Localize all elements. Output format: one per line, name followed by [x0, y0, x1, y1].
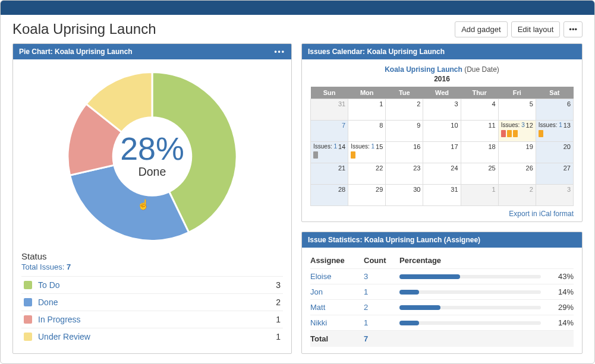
calendar-project-link[interactable]: Koala Uprising Launch	[385, 65, 462, 74]
calendar-cell[interactable]: 6	[536, 99, 573, 121]
issue-count-label: Issues: 1	[539, 122, 562, 128]
calendar-date: 1	[379, 100, 383, 107]
stats-row: Nikki 1 14%	[310, 315, 574, 330]
calendar-cell[interactable]: 23	[386, 163, 423, 185]
calendar-cell[interactable]: 26	[498, 163, 536, 185]
assignee-count[interactable]: 3	[364, 272, 399, 281]
legend-count: 1	[263, 315, 281, 324]
calendar-cell[interactable]: 20	[536, 142, 573, 163]
assignee-link[interactable]: Eloise	[310, 272, 364, 281]
calendar-cell[interactable]: 30	[386, 185, 423, 206]
calendar-cell[interactable]: 16	[386, 142, 423, 163]
calendar-cell[interactable]: 5	[498, 99, 536, 121]
calendar-cell[interactable]: 7	[311, 121, 348, 142]
assignee-link[interactable]: Nikki	[310, 318, 364, 327]
pie-chart-gadget: Pie Chart: Koala Uprising Launch ••• 28%…	[12, 43, 292, 354]
calendar-cell[interactable]: 24	[423, 163, 461, 185]
calendar-date: 25	[488, 164, 495, 172]
calendar-cell[interactable]: Issues: 113	[536, 121, 573, 142]
legend-title: Status	[21, 251, 283, 261]
calendar-cell[interactable]: 17	[423, 142, 461, 163]
issue-blip	[313, 151, 318, 159]
calendar-date: 23	[413, 164, 420, 172]
calendar-date: 31	[338, 100, 345, 107]
issue-blip	[507, 130, 512, 137]
assignee-count[interactable]: 1	[364, 287, 399, 296]
calendar-cell[interactable]: 2	[498, 185, 536, 206]
calendar-date: 14	[338, 143, 345, 150]
calendar-day-header: Thur	[461, 87, 498, 99]
issue-blip	[501, 130, 506, 137]
pie-center-label: Done	[138, 165, 166, 178]
add-gadget-button[interactable]: Add gadget	[455, 21, 508, 37]
calendar-day-header: Fri	[498, 87, 536, 99]
calendar-date: 16	[413, 143, 420, 150]
legend-row[interactable]: To Do 3	[21, 276, 283, 293]
legend-row[interactable]: Under Review 1	[21, 328, 283, 345]
calendar-date: 2	[530, 186, 533, 193]
calendar-date: 6	[567, 100, 571, 107]
pie-chart-svg: 28% Done ☝	[63, 68, 241, 245]
legend-row[interactable]: Done 2	[21, 293, 283, 311]
legend-count: 3	[263, 280, 281, 290]
calendar-date: 26	[526, 164, 533, 172]
legend-label: In Progress	[38, 315, 263, 324]
calendar-date: 8	[379, 122, 383, 129]
stats-row: Eloise 3 43%	[310, 268, 574, 284]
calendar-cell[interactable]: 19	[498, 142, 536, 163]
calendar-cell[interactable]: 1	[348, 99, 386, 121]
calendar-cell[interactable]: 10	[423, 121, 461, 142]
calendar-cell[interactable]: 29	[348, 185, 386, 206]
stats-col-assignee: Assignee	[310, 256, 364, 265]
assignee-link[interactable]: Jon	[310, 287, 364, 296]
assignee-count[interactable]: 1	[364, 318, 399, 327]
calendar-date: 19	[526, 143, 533, 150]
calendar-day-header: Wed	[423, 87, 461, 99]
legend-total[interactable]: Total Issues: 7	[21, 262, 283, 271]
assignee-link[interactable]: Matt	[310, 303, 364, 312]
calendar-cell[interactable]: 25	[461, 163, 498, 185]
calendar-cell[interactable]: 27	[536, 163, 573, 185]
percentage-text: 14%	[547, 287, 574, 296]
issue-blip	[539, 130, 543, 137]
edit-layout-button[interactable]: Edit layout	[511, 21, 561, 37]
legend-swatch	[24, 315, 32, 324]
calendar-cell[interactable]: Issues: 114	[311, 142, 348, 163]
legend-row[interactable]: In Progress 1	[21, 311, 283, 328]
calendar-cell[interactable]: 11	[461, 121, 498, 142]
calendar-date: 9	[417, 122, 420, 129]
stats-total-count[interactable]: 7	[364, 334, 399, 343]
statistics-gadget: Issue Statistics: Koala Uprising Launch …	[301, 232, 583, 354]
calendar-cell[interactable]: 2	[386, 99, 423, 121]
calendar-cell[interactable]: Issues: 312	[498, 121, 536, 142]
calendar-cell[interactable]: 8	[348, 121, 386, 142]
calendar-cell[interactable]: 3	[536, 185, 573, 206]
legend-label: Done	[38, 297, 263, 307]
calendar-cell[interactable]: 21	[311, 163, 348, 185]
calendar-cell[interactable]: 1	[461, 185, 498, 206]
export-ical-link[interactable]: Export in iCal format	[509, 210, 574, 218]
more-icon[interactable]: •••	[563, 21, 583, 37]
calendar-cell[interactable]: 4	[461, 99, 498, 121]
calendar-date: 3	[454, 100, 458, 107]
calendar-cell[interactable]: 31	[311, 99, 348, 121]
calendar-cell[interactable]: 22	[348, 163, 386, 185]
calendar-cell[interactable]: Issues: 115	[348, 142, 386, 163]
calendar-cell[interactable]: 18	[461, 142, 498, 163]
gadget-menu-icon[interactable]: •••	[274, 48, 285, 56]
percentage-bar	[399, 321, 541, 325]
calendar-cell[interactable]: 31	[423, 185, 461, 206]
calendar-date: 28	[338, 186, 345, 193]
calendar-cell[interactable]: 3	[423, 99, 461, 121]
statistics-title: Issue Statistics: Koala Uprising Launch …	[308, 236, 480, 244]
calendar-cell[interactable]: 9	[386, 121, 423, 142]
calendar-cell[interactable]: 28	[311, 185, 348, 206]
issue-count-label: Issues: 3	[501, 122, 525, 128]
calendar-date: 5	[530, 100, 533, 107]
calendar-date: 7	[342, 122, 345, 129]
percentage-text: 43%	[547, 272, 574, 281]
assignee-count[interactable]: 2	[364, 303, 399, 312]
legend-swatch	[24, 298, 32, 306]
calendar-date: 4	[492, 100, 496, 107]
legend-count: 2	[263, 297, 281, 307]
